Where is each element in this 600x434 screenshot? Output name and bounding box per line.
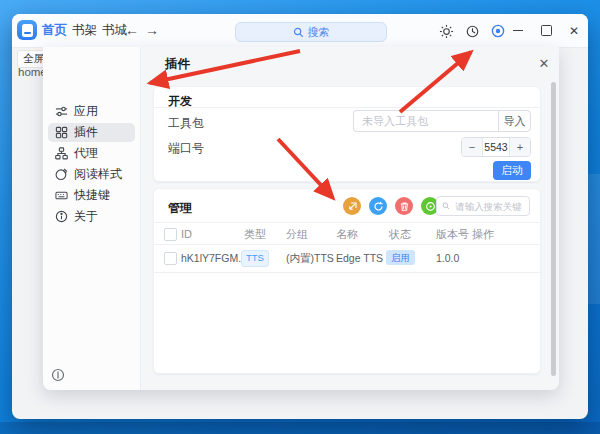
wallpaper-band [0, 422, 600, 434]
cell-group: (内置)TTS [286, 245, 334, 271]
sidebar-item-proxy[interactable]: 代理 [48, 144, 135, 163]
search-input[interactable]: 搜索 [235, 22, 387, 42]
col-header-group: 分组 [286, 225, 308, 243]
col-header-status: 状态 [389, 225, 411, 243]
toolkit-label: 工具包 [168, 115, 204, 132]
app-logo-icon[interactable] [17, 20, 37, 40]
select-all-checkbox[interactable] [164, 228, 177, 241]
port-decrement-button[interactable]: − [462, 138, 483, 156]
start-button[interactable]: 启动 [493, 161, 531, 180]
col-header-type: 类型 [244, 225, 266, 243]
type-badge: TTS [241, 250, 269, 267]
plugin-search-box[interactable] [436, 196, 530, 216]
desktop: 首页 书架 书城 ← → 搜索 [0, 0, 600, 434]
import-plugin-button[interactable] [343, 197, 361, 215]
sidebar-item-hotkeys[interactable]: 快捷键 [48, 186, 135, 205]
table-header-row: ID 类型 分组 名称 状态 版本号 操作 [154, 225, 540, 243]
sidebar-item-label: 插件 [74, 124, 98, 141]
plugin-settings-dialog: 应用 插件 代理 阅读样式 快捷键 [43, 47, 559, 390]
maximize-button[interactable] [534, 14, 558, 47]
back-icon[interactable]: ← [125, 14, 139, 47]
row-checkbox[interactable] [164, 252, 177, 265]
close-window-button[interactable]: ✕ [562, 14, 586, 47]
sidebar-item-label: 代理 [74, 145, 98, 162]
import-toolkit-button[interactable]: 导入 [498, 110, 531, 132]
book-glyph [22, 24, 33, 37]
nav-home[interactable]: 首页 [42, 14, 67, 47]
maximize-icon [541, 25, 552, 36]
cell-version: 1.0.0 [436, 245, 459, 271]
sidebar-item-label: 快捷键 [74, 187, 110, 204]
forward-icon[interactable]: → [145, 14, 159, 47]
manage-section-card: 管理 [153, 188, 541, 374]
settings-sidebar: 应用 插件 代理 阅读样式 快捷键 [43, 47, 141, 390]
app-window: 首页 书架 书城 ← → 搜索 [12, 14, 588, 419]
col-header-name: 名称 [336, 225, 358, 243]
tune-icon [55, 105, 68, 118]
minimize-icon [513, 30, 523, 31]
sidebar-item-plugins[interactable]: 插件 [48, 123, 135, 142]
keyboard-icon [55, 189, 68, 202]
port-value[interactable]: 5543 [483, 138, 509, 156]
port-label: 端口号 [168, 140, 204, 157]
sidebar-item-reading-style[interactable]: 阅读样式 [48, 165, 135, 184]
port-stepper: − 5543 + [461, 137, 531, 157]
cell-id: hK1lY7FGM... [181, 245, 247, 271]
sidebar-item-label: 阅读样式 [74, 166, 122, 183]
plugin-search-input[interactable] [453, 200, 524, 213]
nav-bookstore[interactable]: 书城 [102, 14, 127, 47]
sidebar-item-label: 关于 [74, 208, 98, 225]
network-icon [55, 147, 68, 160]
search-placeholder: 搜索 [308, 25, 330, 40]
sidebar-item-apps[interactable]: 应用 [48, 102, 135, 121]
search-icon [293, 27, 304, 38]
minimize-button[interactable] [506, 14, 530, 47]
manage-section-title: 管理 [168, 200, 192, 217]
col-header-version: 版本号 [436, 225, 469, 243]
sidebar-item-about[interactable]: 关于 [48, 207, 135, 226]
dialog-title: 插件 [165, 56, 190, 73]
delete-icon [399, 201, 410, 212]
table-row[interactable]: hK1lY7FGM... TTS (内置)TTS Edge TTS E... 启… [154, 245, 540, 271]
wallpaper-band [586, 174, 600, 304]
col-header-actions: 操作 [472, 225, 494, 243]
port-increment-button[interactable]: + [509, 138, 530, 156]
search-icon [442, 201, 450, 211]
refresh-plugins-button[interactable] [369, 197, 387, 215]
toolkit-input[interactable] [353, 110, 498, 132]
dialog-content: 插件 ✕ 开发 工具包 导入 端口号 − 5543 + 启动 [140, 47, 559, 390]
grid-icon [55, 126, 68, 139]
titlebar: 首页 书架 书城 ← → 搜索 [12, 14, 588, 48]
dialog-close-button[interactable]: ✕ [535, 54, 553, 72]
about-info-icon[interactable] [51, 368, 65, 382]
close-icon: ✕ [569, 24, 579, 38]
style-pen-icon [55, 168, 68, 181]
history-icon[interactable] [462, 21, 482, 41]
theme-icon[interactable] [436, 21, 456, 41]
status-badge: 启用 [386, 250, 415, 265]
nav-bookshelf[interactable]: 书架 [72, 14, 97, 47]
store-icon [425, 201, 436, 212]
import-icon [347, 201, 358, 212]
col-header-id: ID [181, 225, 192, 243]
plugin-float-icon[interactable] [488, 21, 508, 41]
delete-plugins-button[interactable] [395, 197, 413, 215]
refresh-icon [373, 201, 384, 212]
info-icon [55, 210, 68, 223]
dev-section-card: 开发 工具包 导入 端口号 − 5543 + 启动 [153, 86, 541, 182]
sidebar-item-label: 应用 [74, 103, 98, 120]
dialog-scrollbar[interactable] [551, 82, 556, 376]
